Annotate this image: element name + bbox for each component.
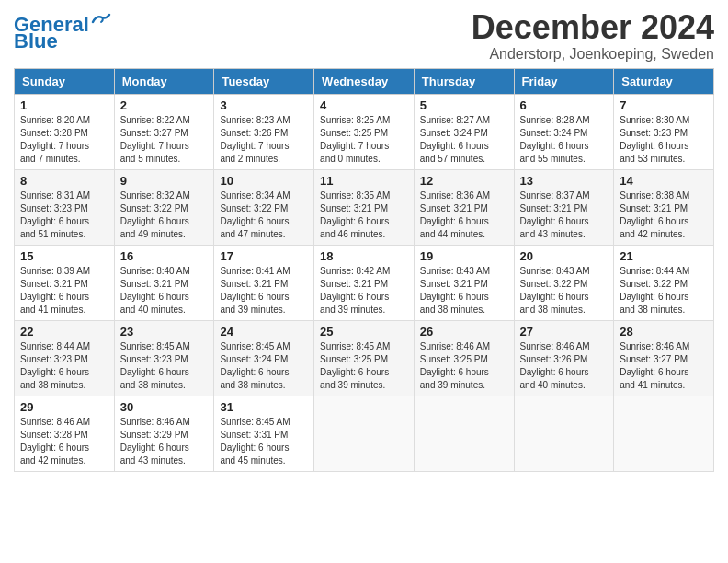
calendar-cell: 31Sunrise: 8:45 AM Sunset: 3:31 PM Dayli… [214, 396, 314, 471]
day-info: Sunrise: 8:23 AM Sunset: 3:26 PM Dayligh… [220, 114, 308, 166]
day-number: 27 [520, 325, 609, 339]
day-info: Sunrise: 8:39 AM Sunset: 3:21 PM Dayligh… [20, 265, 108, 316]
day-number: 13 [520, 174, 609, 188]
day-number: 3 [220, 98, 308, 112]
day-number: 24 [220, 325, 308, 339]
calendar-header-friday: Friday [514, 68, 614, 94]
day-info: Sunrise: 8:46 AM Sunset: 3:25 PM Dayligh… [420, 340, 508, 392]
calendar-cell: 21Sunrise: 8:44 AM Sunset: 3:22 PM Dayli… [614, 245, 714, 320]
calendar-cell: 1Sunrise: 8:20 AM Sunset: 3:28 PM Daylig… [15, 94, 115, 169]
calendar-cell: 13Sunrise: 8:37 AM Sunset: 3:21 PM Dayli… [514, 169, 614, 245]
day-info: Sunrise: 8:43 AM Sunset: 3:21 PM Dayligh… [420, 265, 508, 316]
day-info: Sunrise: 8:40 AM Sunset: 3:21 PM Dayligh… [120, 265, 209, 316]
calendar-cell [314, 396, 415, 471]
day-number: 28 [620, 325, 708, 339]
day-info: Sunrise: 8:20 AM Sunset: 3:28 PM Dayligh… [20, 114, 108, 166]
calendar-cell: 23Sunrise: 8:45 AM Sunset: 3:23 PM Dayli… [114, 320, 214, 396]
day-number: 16 [120, 249, 209, 263]
day-info: Sunrise: 8:30 AM Sunset: 3:23 PM Dayligh… [620, 114, 708, 166]
calendar-cell: 20Sunrise: 8:43 AM Sunset: 3:22 PM Dayli… [514, 245, 614, 320]
calendar-cell [614, 396, 714, 471]
day-number: 1 [20, 98, 108, 112]
calendar-week-row: 1Sunrise: 8:20 AM Sunset: 3:28 PM Daylig… [15, 94, 714, 169]
calendar-cell: 27Sunrise: 8:46 AM Sunset: 3:26 PM Dayli… [514, 320, 614, 396]
day-number: 6 [520, 98, 609, 112]
calendar-cell: 8Sunrise: 8:31 AM Sunset: 3:23 PM Daylig… [15, 169, 115, 245]
day-info: Sunrise: 8:35 AM Sunset: 3:21 PM Dayligh… [320, 190, 408, 241]
day-info: Sunrise: 8:34 AM Sunset: 3:22 PM Dayligh… [220, 190, 308, 241]
day-number: 23 [120, 325, 209, 339]
day-number: 31 [220, 400, 308, 414]
calendar-cell: 22Sunrise: 8:44 AM Sunset: 3:23 PM Dayli… [15, 320, 115, 396]
day-number: 29 [20, 400, 108, 414]
calendar-header-thursday: Thursday [414, 68, 514, 94]
day-number: 11 [320, 174, 408, 188]
day-info: Sunrise: 8:46 AM Sunset: 3:27 PM Dayligh… [620, 340, 708, 392]
day-number: 18 [320, 249, 408, 263]
day-info: Sunrise: 8:45 AM Sunset: 3:31 PM Dayligh… [220, 416, 308, 467]
calendar-week-row: 15Sunrise: 8:39 AM Sunset: 3:21 PM Dayli… [15, 245, 714, 320]
calendar-cell: 26Sunrise: 8:46 AM Sunset: 3:25 PM Dayli… [414, 320, 514, 396]
calendar-cell: 9Sunrise: 8:32 AM Sunset: 3:22 PM Daylig… [114, 169, 214, 245]
day-number: 2 [120, 98, 209, 112]
day-info: Sunrise: 8:27 AM Sunset: 3:24 PM Dayligh… [420, 114, 508, 166]
logo-bird-icon [91, 13, 111, 29]
day-info: Sunrise: 8:28 AM Sunset: 3:24 PM Dayligh… [520, 114, 609, 166]
day-number: 20 [520, 249, 609, 263]
day-info: Sunrise: 8:32 AM Sunset: 3:22 PM Dayligh… [120, 190, 209, 241]
calendar-cell: 4Sunrise: 8:25 AM Sunset: 3:25 PM Daylig… [314, 94, 415, 169]
day-info: Sunrise: 8:44 AM Sunset: 3:22 PM Dayligh… [620, 265, 708, 316]
calendar-cell: 30Sunrise: 8:46 AM Sunset: 3:29 PM Dayli… [114, 396, 214, 471]
calendar-header-row: SundayMondayTuesdayWednesdayThursdayFrid… [15, 68, 714, 94]
calendar-header-monday: Monday [114, 68, 214, 94]
calendar-cell [414, 396, 514, 471]
day-number: 21 [620, 249, 708, 263]
calendar-cell: 14Sunrise: 8:38 AM Sunset: 3:21 PM Dayli… [614, 169, 714, 245]
page-header: General Blue December 2024 Anderstorp, J… [14, 9, 714, 63]
logo-text2: Blue [14, 31, 58, 52]
calendar-table: SundayMondayTuesdayWednesdayThursdayFrid… [14, 68, 714, 472]
day-info: Sunrise: 8:36 AM Sunset: 3:21 PM Dayligh… [420, 190, 508, 241]
calendar-cell: 15Sunrise: 8:39 AM Sunset: 3:21 PM Dayli… [15, 245, 115, 320]
page-title: December 2024 [472, 9, 714, 46]
day-info: Sunrise: 8:45 AM Sunset: 3:25 PM Dayligh… [320, 340, 408, 392]
calendar-cell: 19Sunrise: 8:43 AM Sunset: 3:21 PM Dayli… [414, 245, 514, 320]
day-number: 26 [420, 325, 508, 339]
day-info: Sunrise: 8:45 AM Sunset: 3:23 PM Dayligh… [120, 340, 209, 392]
day-number: 8 [20, 174, 108, 188]
calendar-cell: 11Sunrise: 8:35 AM Sunset: 3:21 PM Dayli… [314, 169, 415, 245]
calendar-week-row: 8Sunrise: 8:31 AM Sunset: 3:23 PM Daylig… [15, 169, 714, 245]
title-area: December 2024 Anderstorp, Joenkoeping, S… [472, 9, 714, 63]
calendar-header-tuesday: Tuesday [214, 68, 314, 94]
day-info: Sunrise: 8:41 AM Sunset: 3:21 PM Dayligh… [220, 265, 308, 316]
calendar-cell: 10Sunrise: 8:34 AM Sunset: 3:22 PM Dayli… [214, 169, 314, 245]
day-number: 17 [220, 249, 308, 263]
calendar-header-wednesday: Wednesday [314, 68, 415, 94]
day-info: Sunrise: 8:43 AM Sunset: 3:22 PM Dayligh… [520, 265, 609, 316]
day-number: 10 [220, 174, 308, 188]
day-number: 19 [420, 249, 508, 263]
calendar-cell: 25Sunrise: 8:45 AM Sunset: 3:25 PM Dayli… [314, 320, 415, 396]
day-number: 22 [20, 325, 108, 339]
day-info: Sunrise: 8:22 AM Sunset: 3:27 PM Dayligh… [120, 114, 209, 166]
day-info: Sunrise: 8:25 AM Sunset: 3:25 PM Dayligh… [320, 114, 408, 166]
day-number: 9 [120, 174, 209, 188]
calendar-cell: 24Sunrise: 8:45 AM Sunset: 3:24 PM Dayli… [214, 320, 314, 396]
calendar-cell: 29Sunrise: 8:46 AM Sunset: 3:28 PM Dayli… [15, 396, 115, 471]
day-info: Sunrise: 8:46 AM Sunset: 3:29 PM Dayligh… [120, 416, 209, 467]
day-number: 14 [620, 174, 708, 188]
day-number: 15 [20, 249, 108, 263]
day-number: 25 [320, 325, 408, 339]
day-info: Sunrise: 8:38 AM Sunset: 3:21 PM Dayligh… [620, 190, 708, 241]
day-info: Sunrise: 8:42 AM Sunset: 3:21 PM Dayligh… [320, 265, 408, 316]
day-info: Sunrise: 8:46 AM Sunset: 3:26 PM Dayligh… [520, 340, 609, 392]
calendar-cell: 3Sunrise: 8:23 AM Sunset: 3:26 PM Daylig… [214, 94, 314, 169]
calendar-cell: 16Sunrise: 8:40 AM Sunset: 3:21 PM Dayli… [114, 245, 214, 320]
page-subtitle: Anderstorp, Joenkoeping, Sweden [472, 46, 714, 63]
calendar-cell: 12Sunrise: 8:36 AM Sunset: 3:21 PM Dayli… [414, 169, 514, 245]
calendar-header-saturday: Saturday [614, 68, 714, 94]
day-info: Sunrise: 8:44 AM Sunset: 3:23 PM Dayligh… [20, 340, 108, 392]
day-number: 12 [420, 174, 508, 188]
day-info: Sunrise: 8:45 AM Sunset: 3:24 PM Dayligh… [220, 340, 308, 392]
calendar-cell: 6Sunrise: 8:28 AM Sunset: 3:24 PM Daylig… [514, 94, 614, 169]
